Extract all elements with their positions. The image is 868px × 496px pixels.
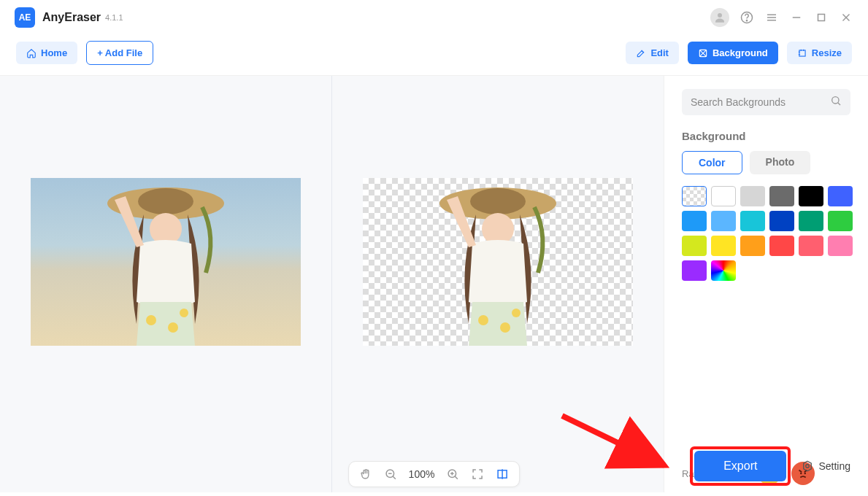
resize-button[interactable]: Resize bbox=[787, 42, 852, 64]
color-swatch[interactable] bbox=[682, 186, 707, 206]
search-input[interactable] bbox=[691, 96, 830, 108]
original-image bbox=[31, 178, 301, 346]
person-figure bbox=[71, 178, 261, 346]
app-logo: AE bbox=[15, 7, 35, 28]
svg-point-0 bbox=[718, 13, 722, 18]
color-swatch[interactable] bbox=[828, 236, 853, 256]
color-swatch[interactable] bbox=[682, 236, 707, 256]
svg-point-19 bbox=[470, 188, 526, 214]
app-version: 4.1.1 bbox=[105, 13, 123, 22]
tab-color[interactable]: Color bbox=[682, 151, 742, 174]
sidebar: Background Color Photo Rate this result: bbox=[664, 76, 868, 492]
app-name: AnyEraser bbox=[42, 11, 101, 24]
result-preview bbox=[332, 76, 664, 492]
add-file-button[interactable]: + Add File bbox=[86, 41, 153, 65]
edit-label: Edit bbox=[650, 47, 669, 58]
toolbar: Home + Add File Edit Background Resize bbox=[0, 35, 868, 75]
color-swatch[interactable] bbox=[799, 236, 823, 256]
hand-tool-icon[interactable] bbox=[359, 468, 372, 481]
home-label: Home bbox=[41, 47, 67, 58]
svg-point-13 bbox=[138, 188, 193, 214]
zoom-out-icon[interactable] bbox=[384, 468, 397, 481]
home-button[interactable]: Home bbox=[16, 42, 77, 64]
svg-line-34 bbox=[455, 476, 458, 479]
person-figure-result bbox=[403, 178, 593, 346]
menu-icon[interactable] bbox=[764, 10, 779, 25]
color-swatch[interactable] bbox=[828, 211, 853, 231]
svg-point-23 bbox=[512, 309, 521, 317]
compare-icon[interactable] bbox=[496, 468, 509, 481]
color-grid bbox=[682, 186, 850, 281]
tab-photo[interactable]: Photo bbox=[750, 151, 811, 174]
help-icon[interactable] bbox=[740, 10, 754, 25]
resize-label: Resize bbox=[812, 47, 842, 58]
add-file-label: + Add File bbox=[97, 47, 142, 58]
svg-point-2 bbox=[746, 20, 747, 21]
svg-point-22 bbox=[500, 322, 510, 333]
color-swatch[interactable] bbox=[711, 236, 736, 256]
svg-rect-11 bbox=[799, 50, 805, 55]
zoom-controls: 100% bbox=[348, 461, 521, 487]
preview-pane bbox=[0, 76, 664, 492]
svg-rect-7 bbox=[818, 15, 825, 21]
background-button[interactable]: Background bbox=[688, 42, 778, 64]
svg-line-31 bbox=[393, 476, 396, 479]
bottom-bar: 100% Export Setting bbox=[0, 452, 868, 496]
titlebar: AE AnyEraser 4.1.1 bbox=[0, 0, 868, 35]
main-area: Background Color Photo Rate this result: bbox=[0, 75, 868, 492]
zoom-in-icon[interactable] bbox=[446, 468, 459, 481]
svg-point-21 bbox=[478, 315, 488, 325]
setting-button[interactable]: Setting bbox=[801, 460, 850, 473]
svg-point-15 bbox=[146, 315, 156, 325]
svg-point-24 bbox=[832, 97, 839, 104]
svg-point-39 bbox=[806, 465, 810, 468]
export-highlight: Export bbox=[690, 446, 791, 486]
color-swatch[interactable] bbox=[740, 236, 765, 256]
background-section-title: Background bbox=[682, 130, 850, 142]
maximize-icon[interactable] bbox=[814, 10, 829, 25]
color-swatch[interactable] bbox=[682, 211, 707, 231]
result-image bbox=[363, 178, 633, 346]
color-swatch[interactable] bbox=[769, 236, 794, 256]
search-wrap[interactable] bbox=[682, 89, 850, 115]
color-swatch[interactable] bbox=[711, 260, 736, 281]
edit-button[interactable]: Edit bbox=[626, 42, 679, 64]
background-tabs: Color Photo bbox=[682, 151, 850, 174]
svg-point-17 bbox=[180, 309, 188, 317]
color-swatch[interactable] bbox=[799, 211, 823, 231]
fullscreen-icon[interactable] bbox=[471, 468, 484, 481]
background-label: Background bbox=[713, 47, 768, 58]
color-swatch[interactable] bbox=[769, 186, 794, 206]
color-swatch[interactable] bbox=[740, 186, 765, 206]
color-swatch[interactable] bbox=[828, 186, 853, 206]
original-preview bbox=[0, 76, 332, 492]
color-swatch[interactable] bbox=[682, 260, 707, 281]
color-swatch[interactable] bbox=[711, 186, 736, 206]
color-swatch[interactable] bbox=[799, 186, 823, 206]
user-avatar[interactable] bbox=[710, 8, 729, 27]
close-icon[interactable] bbox=[839, 10, 853, 25]
setting-label: Setting bbox=[818, 460, 850, 472]
color-swatch[interactable] bbox=[740, 211, 765, 231]
zoom-value: 100% bbox=[409, 468, 435, 480]
color-swatch[interactable] bbox=[769, 211, 794, 231]
export-button[interactable]: Export bbox=[694, 451, 786, 481]
search-icon bbox=[830, 95, 842, 109]
export-label: Export bbox=[723, 460, 757, 472]
svg-line-25 bbox=[838, 103, 840, 105]
color-swatch[interactable] bbox=[711, 211, 736, 231]
svg-point-16 bbox=[168, 322, 178, 333]
minimize-icon[interactable] bbox=[789, 10, 804, 25]
